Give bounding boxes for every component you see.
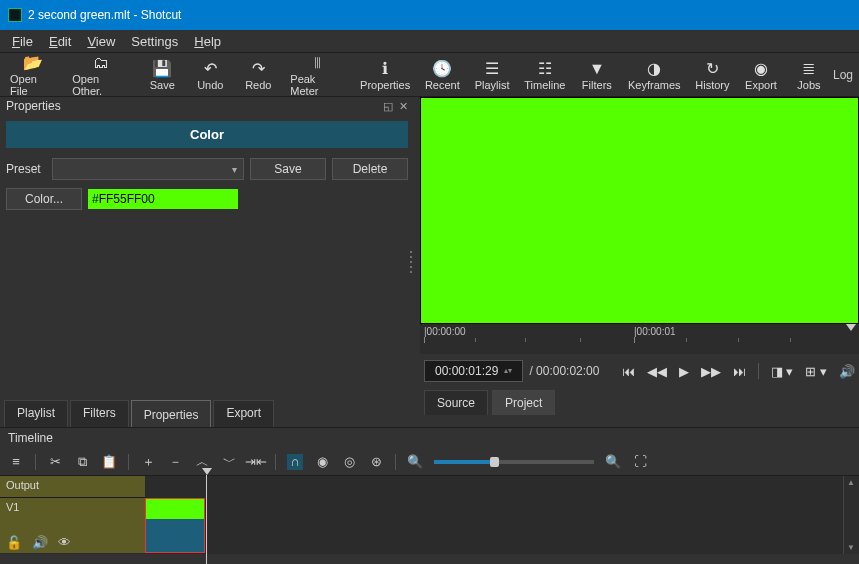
zoom-in-icon[interactable]: 🔍 bbox=[605, 454, 621, 470]
timeline-toolbar: ≡ ✂ ⧉ 📋 ＋ － ︿ ﹀ ⇥⇤ ∩ ◉ ◎ ⊛ 🔍 🔍 ⛶ bbox=[0, 448, 859, 476]
undo-button[interactable]: ↶Undo bbox=[186, 57, 234, 93]
track-label: V1 bbox=[6, 501, 19, 513]
fast-forward-button[interactable]: ▶▶ bbox=[701, 364, 721, 379]
track-headers: Output V1 🔓 🔊 👁 bbox=[0, 476, 145, 554]
tab-project[interactable]: Project bbox=[492, 390, 555, 415]
snap-icon[interactable]: ∩ bbox=[287, 454, 303, 470]
window-title: 2 second green.mlt - Shotcut bbox=[28, 8, 181, 22]
rewind-button[interactable]: ◀◀ bbox=[647, 364, 667, 379]
clip-thumbnail bbox=[146, 499, 204, 519]
track-body[interactable] bbox=[145, 476, 859, 554]
export-button[interactable]: ◉Export bbox=[737, 57, 785, 93]
v1-track-header[interactable]: V1 🔓 🔊 👁 bbox=[0, 498, 145, 553]
timeline-menu-icon[interactable]: ≡ bbox=[8, 454, 24, 470]
overwrite-icon[interactable]: ﹀ bbox=[221, 454, 237, 470]
log-button[interactable]: Log bbox=[833, 68, 857, 82]
split-icon[interactable]: ⇥⇤ bbox=[248, 454, 264, 470]
volume-button[interactable]: 🔊 bbox=[839, 364, 855, 379]
preset-save-button[interactable]: Save bbox=[250, 158, 326, 180]
timeline-vertical-scrollbar[interactable] bbox=[843, 476, 859, 554]
tab-source[interactable]: Source bbox=[424, 390, 488, 415]
tab-playlist[interactable]: Playlist bbox=[4, 400, 68, 427]
ripple-icon[interactable]: ◎ bbox=[341, 454, 357, 470]
timecode-input[interactable]: 00:00:01:29 bbox=[424, 360, 523, 382]
tab-export[interactable]: Export bbox=[213, 400, 274, 427]
play-button[interactable]: ▶ bbox=[679, 364, 689, 379]
cut-icon[interactable]: ✂ bbox=[47, 454, 63, 470]
title-bar: 2 second green.mlt - Shotcut bbox=[0, 0, 859, 30]
color-swatch: #FF55FF00 bbox=[88, 189, 238, 209]
recent-button[interactable]: 🕓Recent bbox=[417, 57, 467, 93]
peak-meter-button[interactable]: ⫴Peak Meter bbox=[282, 51, 353, 99]
menu-edit[interactable]: Edit bbox=[41, 34, 79, 49]
preview-viewport[interactable] bbox=[420, 97, 859, 324]
keyframes-button[interactable]: ◑Keyframes bbox=[621, 57, 688, 93]
properties-panel-title: Properties bbox=[6, 99, 61, 113]
folder-open-icon: 📂 bbox=[23, 53, 43, 73]
skip-prev-button[interactable]: ⏮ bbox=[622, 364, 635, 379]
timeline-tracks: Output V1 🔓 🔊 👁 bbox=[0, 476, 859, 554]
open-file-button[interactable]: 📂Open File bbox=[2, 51, 64, 99]
timeline-section: Timeline ≡ ✂ ⧉ 📋 ＋ － ︿ ﹀ ⇥⇤ ∩ ◉ ◎ ⊛ 🔍 🔍 … bbox=[0, 427, 859, 554]
timeline-button[interactable]: ☷Timeline bbox=[517, 57, 573, 93]
tab-filters[interactable]: Filters bbox=[70, 400, 129, 427]
preset-label: Preset bbox=[6, 162, 46, 176]
info-icon: ℹ bbox=[382, 59, 388, 79]
color-picker-button[interactable]: Color... bbox=[6, 188, 82, 210]
open-other-button[interactable]: 🗂Open Other. bbox=[64, 51, 138, 99]
export-icon: ◉ bbox=[754, 59, 768, 79]
menu-view[interactable]: View bbox=[79, 34, 123, 49]
folder-plus-icon: 🗂 bbox=[93, 53, 109, 73]
panel-tab-bar: Playlist Filters Properties Export bbox=[0, 400, 414, 427]
skip-next-button[interactable]: ⏭ bbox=[733, 364, 746, 379]
output-track-header[interactable]: Output bbox=[0, 476, 145, 498]
keyframes-icon: ◑ bbox=[647, 59, 661, 79]
playlist-button[interactable]: ☰Playlist bbox=[467, 57, 517, 93]
panel-close-icon[interactable]: ✕ bbox=[399, 100, 408, 113]
menu-settings[interactable]: Settings bbox=[123, 34, 186, 49]
track-hide-icon[interactable]: 👁 bbox=[58, 535, 71, 550]
funnel-icon: ▼ bbox=[589, 59, 605, 79]
preview-ruler[interactable]: |00:00:00 |00:00:01 bbox=[420, 324, 859, 354]
menu-help[interactable]: Help bbox=[186, 34, 229, 49]
ruler-scrubber[interactable] bbox=[846, 324, 855, 354]
zoom-slider-thumb[interactable] bbox=[490, 457, 499, 467]
track-lock-icon[interactable]: 🔓 bbox=[6, 535, 22, 550]
scrub-icon[interactable]: ◉ bbox=[314, 454, 330, 470]
track-mute-icon[interactable]: 🔊 bbox=[32, 535, 48, 550]
transport-bar: 00:00:01:29 / 00:00:02:00 ⏮ ◀◀ ▶ ▶▶ ⏭ ◨ … bbox=[420, 354, 859, 388]
paste-icon[interactable]: 📋 bbox=[101, 454, 117, 470]
remove-icon[interactable]: － bbox=[167, 454, 183, 470]
preset-combo[interactable] bbox=[52, 158, 244, 180]
zoom-slider[interactable] bbox=[434, 460, 594, 464]
properties-button[interactable]: ℹProperties bbox=[353, 57, 418, 93]
tab-properties[interactable]: Properties bbox=[131, 400, 212, 427]
jobs-button[interactable]: ≣Jobs bbox=[785, 57, 833, 93]
main-area: Properties ◱ ✕ Color Preset Save Delete … bbox=[0, 97, 859, 427]
preset-delete-button[interactable]: Delete bbox=[332, 158, 408, 180]
redo-button[interactable]: ↷Redo bbox=[234, 57, 282, 93]
zoom-out-icon[interactable]: 🔍 bbox=[407, 454, 423, 470]
copy-icon[interactable]: ⧉ bbox=[74, 454, 90, 470]
timeline-clip[interactable] bbox=[145, 498, 205, 553]
zoom-toggle-button[interactable]: ◨ ▾ bbox=[771, 364, 794, 379]
timeline-playhead[interactable] bbox=[202, 468, 212, 475]
append-icon[interactable]: ＋ bbox=[140, 454, 156, 470]
grid-toggle-button[interactable]: ⊞ ▾ bbox=[805, 364, 827, 379]
menu-file[interactable]: File bbox=[4, 34, 41, 49]
history-button[interactable]: ↻History bbox=[688, 57, 737, 93]
save-icon: 💾 bbox=[152, 59, 172, 79]
history-icon: ↻ bbox=[706, 59, 719, 79]
clock-icon: 🕓 bbox=[432, 59, 452, 79]
save-button[interactable]: 💾Save bbox=[138, 57, 186, 93]
filters-button[interactable]: ▼Filters bbox=[573, 57, 621, 93]
zoom-fit-icon[interactable]: ⛶ bbox=[632, 454, 648, 470]
panel-resize-grip[interactable] bbox=[408, 247, 414, 277]
app-icon bbox=[8, 8, 22, 22]
main-toolbar: 📂Open File 🗂Open Other. 💾Save ↶Undo ↷Red… bbox=[0, 53, 859, 97]
duration-label: / 00:00:02:00 bbox=[529, 364, 599, 378]
ripple-all-icon[interactable]: ⊛ bbox=[368, 454, 384, 470]
panel-undock-icon[interactable]: ◱ bbox=[383, 100, 393, 113]
jobs-icon: ≣ bbox=[802, 59, 815, 79]
timeline-icon: ☷ bbox=[538, 59, 552, 79]
